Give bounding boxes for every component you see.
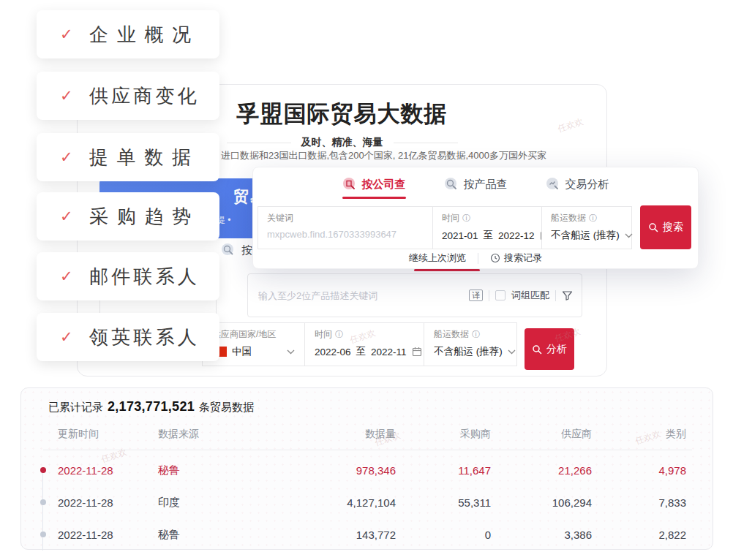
- chevron-down-icon: [287, 349, 295, 355]
- product-keyword-input[interactable]: [248, 290, 469, 301]
- data-coverage-description: 进口数据和23国出口数据,包含200个国家, 21亿条贸易数据,4000多万国外…: [221, 149, 546, 162]
- divider: [555, 290, 556, 301]
- info-icon: ⓘ: [335, 329, 343, 340]
- product-search-icon: [444, 177, 459, 192]
- column-header: 数据来源: [158, 428, 268, 441]
- time-label: 时间: [315, 328, 332, 341]
- category-count: 2,822: [592, 529, 686, 541]
- table-header-row: 更新时间 数据来源 数据量 采购商 供应商 类别: [21, 428, 713, 441]
- table-row[interactable]: 2022-11-28 印度 4,127,104 55,311 106,294 7…: [21, 486, 713, 518]
- tab-label: 按公司查: [362, 178, 406, 192]
- row-bullet-icon: [40, 499, 46, 505]
- analyze-button[interactable]: 分析: [525, 328, 574, 370]
- update-date: 2022-11-28: [58, 496, 158, 509]
- sidebar-item-company-overview[interactable]: ✓ 企业概况: [37, 10, 219, 58]
- total-records-suffix: 条贸易数据: [199, 401, 254, 415]
- time-to-word: 至: [356, 345, 366, 358]
- product-keyword-input-box[interactable]: 译 词组匹配: [247, 273, 582, 317]
- check-icon: ✓: [60, 26, 89, 43]
- sidebar-item-supplier-changes[interactable]: ✓ 供应商变化: [37, 72, 219, 120]
- page-subtitle: 及时、精准、海量: [301, 136, 383, 149]
- buyer-count: 11,647: [396, 464, 491, 477]
- row-bullet-icon: [40, 531, 46, 537]
- divider: [394, 143, 458, 143]
- info-icon: ⓘ: [462, 213, 470, 224]
- filter-funnel-icon[interactable]: [562, 290, 573, 301]
- buyer-count: 55,311: [396, 496, 491, 509]
- tab-label: 交易分析: [565, 178, 609, 192]
- info-icon: ⓘ: [589, 213, 597, 224]
- tab-company-search-fragment[interactable]: 按: [221, 243, 252, 257]
- active-tab-underline-fragment: [414, 269, 480, 271]
- keyword-input[interactable]: [267, 229, 424, 240]
- tab-search-by-company[interactable]: 按公司查: [342, 177, 406, 199]
- search-history-link[interactable]: 搜索记录: [490, 251, 542, 265]
- check-icon: ✓: [60, 328, 89, 346]
- info-icon: ⓘ: [472, 329, 480, 340]
- sidebar-item-label: 提单数据: [89, 145, 200, 170]
- update-date: 2022-11-28: [58, 529, 158, 541]
- sidebar-item-purchase-trend[interactable]: ✓ 采购趋势: [37, 192, 219, 241]
- divider: [227, 143, 291, 143]
- data-volume: 4,127,104: [268, 496, 396, 509]
- time-range-picker[interactable]: 时间 ⓘ 2021-01 至 2022-12: [432, 206, 542, 249]
- column-header: 供应商: [491, 428, 592, 441]
- time-to-value: 2022-11: [371, 347, 407, 357]
- time-label: 时间: [442, 212, 459, 224]
- sidebar-item-label: 采购趋势: [89, 204, 200, 230]
- data-volume: 978,346: [268, 464, 396, 477]
- chevron-down-icon: [625, 233, 633, 238]
- total-records-count: 2,173,771,521: [108, 399, 195, 415]
- divider: [43, 450, 692, 450]
- shipping-label: 船运数据: [434, 328, 469, 341]
- translate-icon[interactable]: 译: [469, 290, 483, 301]
- data-volume: 143,772: [268, 529, 396, 541]
- tab-trade-analysis[interactable]: 交易分析: [546, 177, 609, 199]
- total-records-prefix: 已累计记录: [48, 401, 103, 415]
- time-range-picker[interactable]: 时间 ⓘ 2022-06 至 2022-11: [304, 322, 424, 366]
- supplier-country-value: 中国: [232, 345, 252, 358]
- total-records-title: 已累计记录 2,173,771,521 条贸易数据: [48, 399, 254, 415]
- time-to-value: 2022-12: [498, 230, 535, 241]
- column-header: 类别: [592, 428, 686, 441]
- data-source: 印度: [158, 496, 268, 510]
- sidebar-item-label: 邮件联系人: [89, 264, 200, 290]
- supplier-count: 3,386: [491, 529, 592, 541]
- shipping-data-select[interactable]: 船运数据 ⓘ 不含船运 (推荐): [541, 206, 632, 249]
- trade-analysis-icon: [546, 177, 560, 192]
- trade-records-panel: 已累计记录 2,173,771,521 条贸易数据 更新时间 数据来源 数据量 …: [20, 387, 713, 550]
- keyword-field[interactable]: 关键词: [258, 206, 433, 249]
- sidebar-item-linkedin-contacts[interactable]: ✓ 领英联系人: [37, 313, 219, 361]
- time-to-word: 至: [484, 229, 494, 242]
- search-icon: [648, 222, 658, 232]
- time-from-value: 2022-06: [315, 347, 351, 357]
- data-source: 秘鲁: [158, 528, 268, 542]
- continue-last-browse-link[interactable]: 继续上次浏览: [409, 251, 466, 265]
- shipping-value: 不含船运 (推荐): [434, 345, 503, 358]
- supplier-count: 106,294: [491, 496, 592, 509]
- check-icon: ✓: [60, 87, 89, 105]
- table-row[interactable]: 2022-11-28 秘鲁 143,772 0 3,386 2,822: [21, 518, 713, 550]
- time-from-value: 2021-01: [442, 230, 478, 241]
- tab-search-by-product[interactable]: 按产品查: [444, 177, 508, 199]
- sidebar-item-email-contacts[interactable]: ✓ 邮件联系人: [37, 252, 219, 300]
- search-overlay-panel: 按公司查 按产品查 交易分析 关键词 时间 ⓘ: [252, 167, 699, 269]
- shipping-data-select[interactable]: 船运数据 ⓘ 不含船运 (推荐): [424, 322, 517, 366]
- phrase-match-checkbox[interactable]: [495, 290, 505, 300]
- clock-icon: [490, 253, 500, 263]
- tab-label: 按产品查: [464, 178, 508, 192]
- shipping-label: 船运数据: [551, 212, 586, 224]
- sidebar-item-bill-of-lading[interactable]: ✓ 提单数据: [37, 133, 219, 181]
- sidebar-item-label: 企业概况: [89, 22, 200, 48]
- check-icon: ✓: [60, 148, 89, 166]
- shipping-value: 不含船运 (推荐): [551, 229, 620, 242]
- update-date: 2022-11-28: [58, 464, 158, 477]
- column-header: 数据量: [268, 428, 396, 441]
- table-row[interactable]: 2022-11-28 秘鲁 978,346 11,647 21,266 4,97…: [21, 454, 713, 486]
- company-search-icon: [342, 177, 357, 192]
- search-button[interactable]: 搜索: [640, 205, 691, 249]
- calendar-icon: [412, 347, 422, 357]
- divider: [489, 290, 489, 301]
- category-count: 7,833: [592, 496, 686, 509]
- check-icon: ✓: [60, 268, 89, 285]
